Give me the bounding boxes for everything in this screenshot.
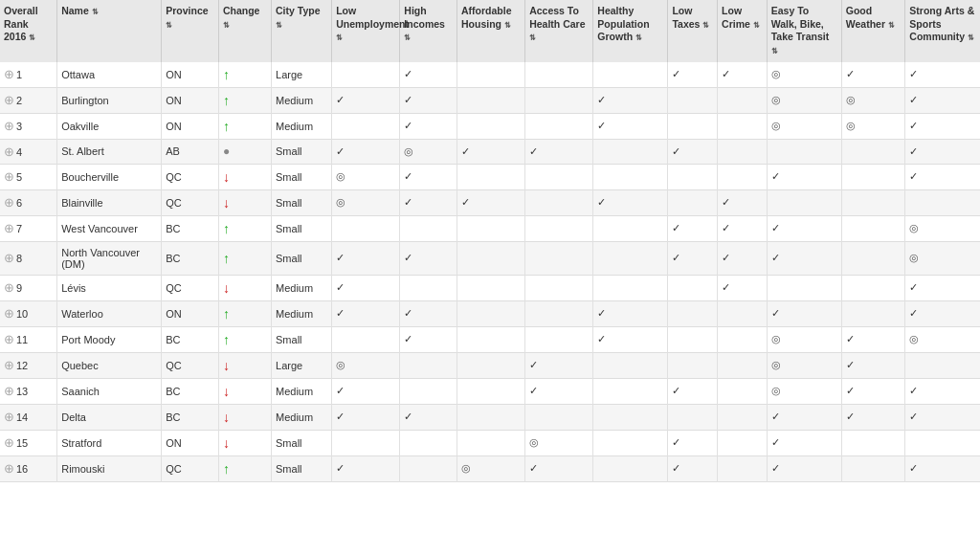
cell-healthygrowth <box>593 378 668 404</box>
cell-rank[interactable]: ⊕14 <box>0 404 57 430</box>
cell-healthygrowth <box>593 62 668 88</box>
cell-highincomes: ✓ <box>400 164 457 189</box>
col-header-easywalk[interactable]: Easy To Walk, Bike, Take Transit ⇅ <box>767 0 841 62</box>
cell-rank[interactable]: ⊕1 <box>0 62 57 88</box>
expand-icon[interactable]: ⊕ <box>4 144 14 159</box>
cell-province: ON <box>162 113 219 139</box>
cell-healthygrowth <box>593 430 668 455</box>
cell-lowunemp: ✓ <box>332 300 400 326</box>
cell-name[interactable]: North Vancouver (DM) <box>57 241 162 275</box>
col-header-highincomes[interactable]: High Incomes ⇅ <box>400 0 457 62</box>
cell-rank[interactable]: ⊕2 <box>0 87 57 113</box>
expand-icon[interactable]: ⊕ <box>4 358 14 372</box>
col-header-citytype[interactable]: City Type ⇅ <box>272 0 332 62</box>
cell-lowunemp: ✓ <box>332 139 400 164</box>
cell-name[interactable]: Stratford <box>57 430 162 455</box>
cell-strongarts: ◎ <box>905 215 980 241</box>
cell-accesshealth: ◎ <box>525 430 593 455</box>
expand-icon[interactable]: ⊕ <box>4 251 14 265</box>
cell-rank[interactable]: ⊕11 <box>0 326 57 352</box>
cell-rank[interactable]: ⊕3 <box>0 113 57 139</box>
cell-name[interactable]: Quebec <box>57 352 162 378</box>
col-header-strongarts[interactable]: Strong Arts & Sports Community ⇅ <box>905 0 980 62</box>
cell-rank[interactable]: ⊕10 <box>0 300 57 326</box>
cell-rank[interactable]: ⊕13 <box>0 378 57 404</box>
cell-healthygrowth <box>593 241 668 275</box>
cell-name[interactable]: Waterloo <box>57 300 162 326</box>
cell-name[interactable]: Boucherville <box>57 164 162 189</box>
cell-accesshealth: ✓ <box>525 139 593 164</box>
cell-goodweather: ✓ <box>841 326 905 352</box>
cell-name[interactable]: Oakville <box>57 113 162 139</box>
expand-icon[interactable]: ⊕ <box>4 332 14 346</box>
col-header-healthygrowth[interactable]: Healthy Population Growth ⇅ <box>593 0 668 62</box>
expand-icon[interactable]: ⊕ <box>4 384 14 398</box>
change-neutral: ● <box>223 144 230 158</box>
col-header-lowtaxes[interactable]: Low Taxes ⇅ <box>668 0 718 62</box>
cell-rank[interactable]: ⊕5 <box>0 164 57 189</box>
cell-name[interactable]: St. Albert <box>57 139 162 164</box>
cell-name[interactable]: Burlington <box>57 87 162 113</box>
expand-icon[interactable]: ⊕ <box>4 435 14 450</box>
change-arrow-down: ↓ <box>223 280 230 296</box>
cell-strongarts: ✓ <box>905 378 980 404</box>
cell-name[interactable]: Port Moody <box>57 326 162 352</box>
cell-citytype: Medium <box>272 113 332 139</box>
table-body: ⊕1OttawaON↑Large✓✓✓◎✓✓⊕2BurlingtonON↑Med… <box>0 62 980 482</box>
check-mark: ✓ <box>846 411 855 422</box>
cell-name[interactable]: Lévis <box>57 275 162 300</box>
col-header-lowunemp[interactable]: Low Unemployment ⇅ <box>332 0 400 62</box>
col-header-rank[interactable]: Overall Rank 2016 ⇅ <box>0 0 57 62</box>
check-mark: ✓ <box>529 145 538 157</box>
cell-name[interactable]: West Vancouver <box>57 215 162 241</box>
cell-affordhousing <box>457 378 525 404</box>
cell-name[interactable]: Saanich <box>57 378 162 404</box>
cell-rank[interactable]: ⊕15 <box>0 430 57 455</box>
table-row: ⊕15StratfordON↓Small◎✓✓ <box>0 430 980 455</box>
cell-name[interactable]: Blainville <box>57 189 162 215</box>
expand-icon[interactable]: ⊕ <box>4 93 14 107</box>
expand-icon[interactable]: ⊕ <box>4 461 14 476</box>
cell-lowtaxes: ✓ <box>668 139 718 164</box>
table-row: ⊕7West VancouverBC↑Small✓✓✓◎ <box>0 215 980 241</box>
expand-icon[interactable]: ⊕ <box>4 306 14 321</box>
col-header-change[interactable]: Change ⇅ <box>218 0 271 62</box>
cell-rank[interactable]: ⊕9 <box>0 275 57 300</box>
cell-name[interactable]: Delta <box>57 404 162 430</box>
expand-icon[interactable]: ⊕ <box>4 119 14 133</box>
cell-rank[interactable]: ⊕4 <box>0 139 57 164</box>
expand-icon[interactable]: ⊕ <box>4 280 14 295</box>
cell-strongarts: ✓ <box>905 455 980 481</box>
cell-rank[interactable]: ⊕12 <box>0 352 57 378</box>
expand-icon[interactable]: ⊕ <box>4 410 14 424</box>
check-mark: ✓ <box>672 222 680 233</box>
cell-change: ↓ <box>218 275 271 300</box>
cell-rank[interactable]: ⊕7 <box>0 215 57 241</box>
check-mark: ✓ <box>461 196 470 208</box>
cell-change: ↑ <box>218 241 271 275</box>
check-mark: ✓ <box>672 252 680 263</box>
expand-icon[interactable]: ⊕ <box>4 195 14 210</box>
cell-name[interactable]: Rimouski <box>57 455 162 481</box>
cell-rank[interactable]: ⊕8 <box>0 241 57 275</box>
col-header-name[interactable]: Name ⇅ <box>57 0 162 62</box>
check-mark: ✓ <box>909 411 918 422</box>
col-header-lowcrime[interactable]: Low Crime ⇅ <box>718 0 768 62</box>
expand-icon[interactable]: ⊕ <box>4 221 14 235</box>
cell-name[interactable]: Ottawa <box>57 62 162 88</box>
col-header-affordhousing[interactable]: Affordable Housing ⇅ <box>457 0 525 62</box>
col-header-accesshealth[interactable]: Access To Health Care ⇅ <box>525 0 593 62</box>
cell-healthygrowth <box>593 139 668 164</box>
cell-lowtaxes <box>668 113 718 139</box>
col-header-goodweather[interactable]: Good Weather ⇅ <box>841 0 905 62</box>
check-mark: ✓ <box>529 359 538 370</box>
col-header-province[interactable]: Province ⇅ <box>162 0 219 62</box>
cell-highincomes: ✓ <box>400 404 457 430</box>
cell-healthygrowth <box>593 164 668 189</box>
expand-icon[interactable]: ⊕ <box>4 67 14 81</box>
cell-easywalk: ◎ <box>767 352 841 378</box>
check-mark: ✓ <box>771 170 780 182</box>
cell-rank[interactable]: ⊕16 <box>0 455 57 481</box>
cell-rank[interactable]: ⊕6 <box>0 189 57 215</box>
expand-icon[interactable]: ⊕ <box>4 169 14 184</box>
